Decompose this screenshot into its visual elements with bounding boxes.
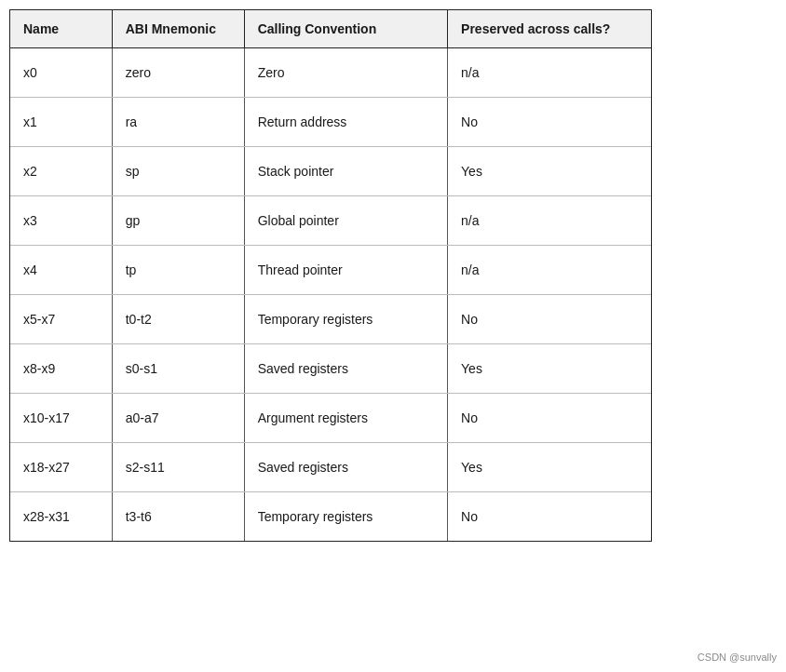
cell-mnemonic-2: sp <box>112 147 244 196</box>
cell-name-0: x0 <box>10 48 112 98</box>
cell-name-2: x2 <box>10 147 112 196</box>
cell-convention-5: Temporary registers <box>244 295 447 344</box>
header-preserved: Preserved across calls? <box>448 10 651 48</box>
cell-name-5: x5-x7 <box>10 295 112 344</box>
cell-name-4: x4 <box>10 246 112 295</box>
register-table: Name ABI Mnemonic Calling Convention Pre… <box>10 10 651 541</box>
cell-mnemonic-1: ra <box>112 98 244 147</box>
cell-convention-9: Temporary registers <box>244 492 447 542</box>
cell-preserved-6: Yes <box>448 344 651 394</box>
cell-convention-6: Saved registers <box>244 344 447 394</box>
cell-mnemonic-3: gp <box>112 196 244 246</box>
cell-name-6: x8-x9 <box>10 344 112 394</box>
cell-mnemonic-9: t3-t6 <box>112 492 244 542</box>
cell-preserved-1: No <box>448 98 651 147</box>
cell-preserved-9: No <box>448 492 651 542</box>
table-row: x8-x9s0-s1Saved registersYes <box>10 344 651 394</box>
header-convention: Calling Convention <box>244 10 447 48</box>
cell-preserved-8: Yes <box>448 443 651 492</box>
table-row: x5-x7t0-t2Temporary registersNo <box>10 295 651 344</box>
cell-name-1: x1 <box>10 98 112 147</box>
header-mnemonic: ABI Mnemonic <box>112 10 244 48</box>
table-row: x28-x31t3-t6Temporary registersNo <box>10 492 651 542</box>
register-table-wrapper: Name ABI Mnemonic Calling Convention Pre… <box>9 9 652 542</box>
cell-preserved-3: n/a <box>448 196 651 246</box>
cell-convention-2: Stack pointer <box>244 147 447 196</box>
table-row: x18-x27s2-s11Saved registersYes <box>10 443 651 492</box>
cell-name-3: x3 <box>10 196 112 246</box>
watermark: CSDN @sunvally <box>698 652 777 663</box>
table-row: x3gpGlobal pointern/a <box>10 196 651 246</box>
cell-preserved-5: No <box>448 295 651 344</box>
header-name: Name <box>10 10 112 48</box>
cell-name-8: x18-x27 <box>10 443 112 492</box>
table-row: x1raReturn addressNo <box>10 98 651 147</box>
table-header-row: Name ABI Mnemonic Calling Convention Pre… <box>10 10 651 48</box>
cell-convention-0: Zero <box>244 48 447 98</box>
table-row: x4tpThread pointern/a <box>10 246 651 295</box>
cell-preserved-0: n/a <box>448 48 651 98</box>
table-row: x2spStack pointerYes <box>10 147 651 196</box>
cell-preserved-2: Yes <box>448 147 651 196</box>
cell-mnemonic-7: a0-a7 <box>112 394 244 443</box>
table-row: x0zeroZeron/a <box>10 48 651 98</box>
cell-mnemonic-6: s0-s1 <box>112 344 244 394</box>
cell-mnemonic-8: s2-s11 <box>112 443 244 492</box>
cell-mnemonic-4: tp <box>112 246 244 295</box>
cell-name-9: x28-x31 <box>10 492 112 542</box>
cell-convention-7: Argument registers <box>244 394 447 443</box>
cell-preserved-7: No <box>448 394 651 443</box>
cell-convention-3: Global pointer <box>244 196 447 246</box>
cell-convention-8: Saved registers <box>244 443 447 492</box>
cell-convention-4: Thread pointer <box>244 246 447 295</box>
cell-convention-1: Return address <box>244 98 447 147</box>
table-body: x0zeroZeron/ax1raReturn addressNox2spSta… <box>10 48 651 542</box>
cell-preserved-4: n/a <box>448 246 651 295</box>
cell-mnemonic-5: t0-t2 <box>112 295 244 344</box>
cell-name-7: x10-x17 <box>10 394 112 443</box>
table-row: x10-x17a0-a7Argument registersNo <box>10 394 651 443</box>
cell-mnemonic-0: zero <box>112 48 244 98</box>
